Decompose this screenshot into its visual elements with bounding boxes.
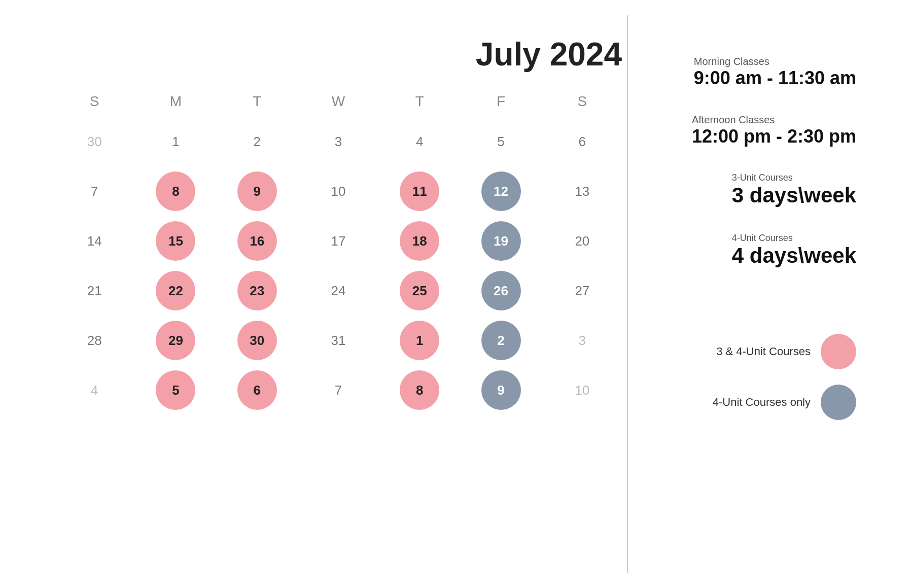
- day-cell: 19: [461, 218, 540, 264]
- three-unit-block: 3-Unit Courses 3 days\week: [732, 172, 856, 207]
- day-plain: 1: [172, 133, 179, 149]
- legend-gray-label: 4-Unit Courses only: [713, 396, 811, 409]
- afternoon-block: Afternoon Classes 12:00 pm - 2:30 pm: [692, 114, 856, 147]
- day-plain: 14: [87, 233, 102, 249]
- day-circle-pink: 25: [400, 271, 439, 310]
- calendar-grid: SMTWTFS301234567891011121314151617181920…: [55, 88, 622, 413]
- day-plain: 27: [575, 283, 589, 298]
- day-circle-pink: 15: [156, 221, 195, 261]
- day-cell: 8: [136, 168, 215, 214]
- day-cell: 29: [136, 318, 215, 363]
- four-unit-label: 4-Unit Courses: [732, 233, 856, 244]
- day-plain: 24: [331, 283, 346, 298]
- day-header: M: [136, 88, 215, 115]
- day-muted: 10: [575, 382, 589, 398]
- day-header: S: [543, 88, 622, 115]
- day-circle-pink: 11: [400, 171, 439, 211]
- day-cell: 20: [543, 218, 622, 264]
- day-circle-pink: 1: [400, 321, 439, 360]
- day-cell: 21: [55, 268, 134, 314]
- day-cell: 1: [380, 318, 459, 363]
- day-cell: 5: [461, 119, 540, 164]
- day-cell: 30: [218, 318, 297, 363]
- day-plain: 3: [335, 133, 342, 149]
- three-unit-days: 3 days\week: [732, 183, 856, 207]
- day-plain: 7: [335, 382, 342, 398]
- day-circle-pink: 5: [156, 370, 195, 410]
- afternoon-label: Afternoon Classes: [692, 114, 856, 126]
- day-cell: 15: [136, 218, 215, 264]
- legend-gray-item: 4-Unit Courses only: [713, 385, 856, 420]
- day-cell: 6: [543, 119, 622, 164]
- day-cell: 1: [136, 119, 215, 164]
- divider: [627, 15, 628, 573]
- day-plain: 17: [331, 233, 346, 249]
- morning-label: Morning Classes: [694, 56, 856, 67]
- day-header: T: [218, 88, 297, 115]
- day-plain: 4: [416, 133, 423, 149]
- day-plain: 13: [575, 183, 589, 199]
- day-circle-pink: 23: [237, 271, 277, 310]
- day-plain: 21: [87, 283, 102, 298]
- afternoon-time: 12:00 pm - 2:30 pm: [692, 126, 856, 147]
- day-cell: 24: [299, 268, 378, 314]
- day-cell: 17: [299, 218, 378, 264]
- day-plain: 28: [87, 332, 102, 348]
- day-cell: 28: [55, 318, 134, 363]
- day-circle-gray: 2: [481, 321, 521, 360]
- day-header: W: [299, 88, 378, 115]
- four-unit-days: 4 days\week: [732, 244, 856, 268]
- day-muted: 4: [91, 382, 98, 398]
- day-cell: 16: [218, 218, 297, 264]
- day-plain: 10: [331, 183, 346, 199]
- day-circle-gray: 9: [481, 370, 521, 410]
- day-cell: 9: [218, 168, 297, 214]
- day-circle-pink: 18: [400, 221, 439, 261]
- day-cell: 6: [218, 367, 297, 413]
- morning-block: Morning Classes 9:00 am - 11:30 am: [694, 56, 856, 89]
- day-header: F: [461, 88, 540, 115]
- legend-pink-dot: [821, 334, 856, 369]
- day-plain: 5: [497, 133, 504, 149]
- day-cell: 5: [136, 367, 215, 413]
- day-cell: 9: [461, 367, 540, 413]
- legend-pink-label: 3 & 4-Unit Courses: [716, 345, 811, 358]
- day-cell: 31: [299, 318, 378, 363]
- day-muted: 30: [87, 133, 102, 149]
- day-cell: 14: [55, 218, 134, 264]
- day-cell: 13: [543, 168, 622, 214]
- day-cell: 4: [55, 367, 134, 413]
- day-cell: 8: [380, 367, 459, 413]
- day-circle-gray: 26: [481, 271, 521, 310]
- day-cell: 4: [380, 119, 459, 164]
- left-panel: Morning Classes 9:00 am - 11:30 am After…: [633, 15, 887, 573]
- day-circle-gray: 19: [481, 221, 521, 261]
- calendar-title: July 2024: [55, 36, 622, 73]
- legend-pink-item: 3 & 4-Unit Courses: [716, 334, 856, 369]
- day-muted: 3: [579, 332, 586, 348]
- day-circle-pink: 8: [156, 171, 195, 211]
- page-wrapper: Morning Classes 9:00 am - 11:30 am After…: [24, 15, 887, 573]
- day-cell: 22: [136, 268, 215, 314]
- day-circle-pink: 9: [237, 171, 277, 211]
- day-circle-pink: 16: [237, 221, 277, 261]
- day-circle-gray: 12: [481, 171, 521, 211]
- day-cell: 30: [55, 119, 134, 164]
- day-cell: 11: [380, 168, 459, 214]
- day-cell: 25: [380, 268, 459, 314]
- day-plain: 20: [575, 233, 589, 249]
- day-cell: 12: [461, 168, 540, 214]
- day-cell: 18: [380, 218, 459, 264]
- four-unit-block: 4-Unit Courses 4 days\week: [732, 233, 856, 268]
- day-plain: 31: [331, 332, 346, 348]
- day-circle-pink: 30: [237, 321, 277, 360]
- day-cell: 10: [299, 168, 378, 214]
- day-cell: 10: [543, 367, 622, 413]
- day-circle-pink: 8: [400, 370, 439, 410]
- day-cell: 3: [543, 318, 622, 363]
- day-cell: 26: [461, 268, 540, 314]
- legend-gray-dot: [821, 385, 856, 420]
- day-plain: 7: [91, 183, 98, 199]
- day-cell: 7: [55, 168, 134, 214]
- right-panel: July 2024 SMTWTFS30123456789101112131415…: [24, 15, 622, 573]
